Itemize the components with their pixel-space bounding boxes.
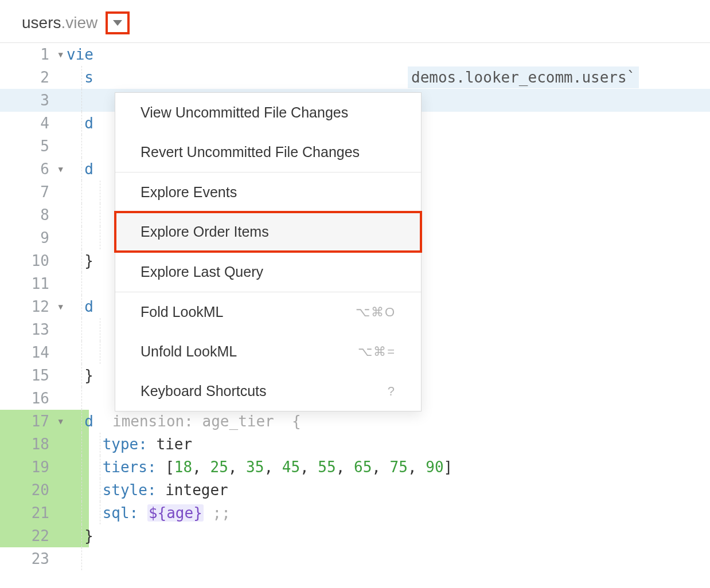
code-array: 18, 25, 35, 45, 55, 65, 75, 90 [174, 458, 444, 476]
file-actions-menu: View Uncommitted File ChangesRevert Unco… [115, 92, 422, 411]
code-brace: } [67, 527, 93, 544]
code-brace: } [67, 367, 93, 384]
code-token: d [67, 115, 93, 132]
menu-item-shortcut: ⌥⌘= [358, 344, 396, 359]
menu-item-shortcut: ⌥⌘O [356, 305, 396, 320]
menu-item-label: Keyboard Shortcuts [141, 383, 267, 399]
code-token: d [67, 413, 93, 430]
code-value: integer [165, 481, 228, 499]
menu-item-label: Explore Events [141, 184, 237, 201]
code-token: d [67, 298, 93, 315]
code-token: s [67, 69, 93, 86]
menu-item-label: Unfold LookML [141, 343, 237, 360]
caret-down-icon [113, 20, 122, 26]
fold-caret-icon[interactable]: ▼ [58, 158, 63, 181]
menu-item[interactable]: Explore Events [115, 173, 421, 212]
menu-item-label: Revert Uncommitted File Changes [141, 144, 360, 160]
menu-item[interactable]: Fold LookML⌥⌘O [115, 292, 421, 332]
file-actions-caret[interactable] [106, 11, 130, 34]
code-reference: ${age} [147, 504, 204, 522]
menu-item[interactable]: View Uncommitted File Changes [115, 93, 421, 132]
code-key: sql: [103, 504, 139, 522]
menu-item[interactable]: Unfold LookML⌥⌘= [115, 332, 421, 371]
file-tab[interactable]: users.view [0, 0, 710, 43]
code-key: type: [103, 436, 147, 453]
code-terminator: ;; [212, 504, 230, 522]
fold-caret-icon[interactable]: ▼ [58, 43, 63, 66]
menu-item[interactable]: Revert Uncommitted File Changes [115, 132, 421, 172]
code-token: vie [67, 46, 93, 63]
code-value: tier [157, 436, 193, 453]
menu-item-label: Explore Order Items [141, 224, 269, 240]
svg-marker-0 [113, 20, 122, 26]
menu-item-label: View Uncommitted File Changes [141, 104, 348, 121]
fold-caret-icon[interactable]: ▼ [58, 410, 63, 433]
code-brace: } [67, 252, 93, 269]
file-name: users.view [22, 14, 97, 32]
code-string: demos.looker_ecomm.users` [408, 66, 639, 88]
menu-item-label: Fold LookML [141, 304, 224, 320]
menu-item[interactable]: Keyboard Shortcuts? [115, 371, 421, 411]
file-basename: users [22, 14, 61, 32]
menu-item-shortcut: ? [388, 384, 396, 399]
code-key: style: [103, 481, 157, 499]
menu-item[interactable]: Explore Order Items [115, 212, 421, 252]
code-key: tiers: [103, 458, 157, 476]
code-token: d [67, 160, 93, 178]
file-extension: .view [61, 14, 97, 32]
fold-caret-icon[interactable]: ▼ [58, 295, 63, 318]
code-editor[interactable]: 1▼vie 2 sdemos.looker_ecomm.users` 3 4 d… [0, 43, 710, 570]
menu-item-label: Explore Last Query [141, 264, 263, 280]
menu-item[interactable]: Explore Last Query [115, 252, 421, 292]
